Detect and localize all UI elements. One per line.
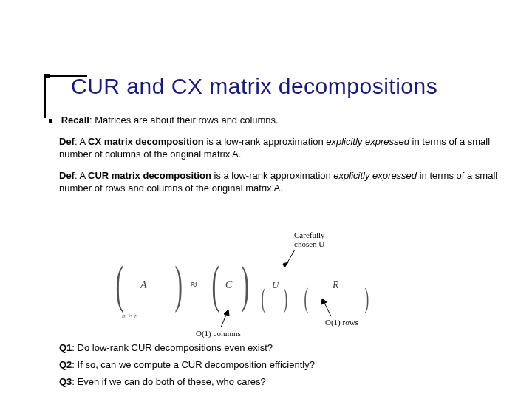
- def-cur: Def: A CUR matrix decomposition is a low…: [59, 170, 502, 195]
- slide: CUR and CX matrix decompositions Recall:…: [0, 0, 532, 399]
- bullet-icon: [49, 119, 52, 123]
- title-rule-vert: [44, 74, 46, 118]
- def-cur-mid: is a low-rank approximation: [211, 170, 333, 181]
- cur-diagram: ( A ) m × n ≈ ( C ) ( U ) ( R ) Carefull…: [111, 259, 406, 340]
- def-cur-em: explicitly expressed: [333, 170, 417, 181]
- paren-left-icon: (: [211, 259, 219, 310]
- q2: Q2: If so, can we compute a CUR decompos…: [59, 359, 502, 370]
- questions-block: Q1: Do low-rank CUR decompositions even …: [59, 342, 502, 393]
- q2-text: : If so, can we compute a CUR decomposit…: [72, 359, 315, 370]
- def-cx-pre: : A: [75, 136, 88, 147]
- recall-line: Recall: Matrices are about their rows an…: [59, 115, 502, 127]
- matrix-U: U: [272, 279, 279, 291]
- title-rule-horiz: [46, 74, 59, 78]
- def-cx: Def: A CX matrix decomposition is a low-…: [59, 136, 502, 161]
- recall-text: : Matrices are about their rows and colu…: [89, 115, 279, 126]
- slide-title: CUR and CX matrix decompositions: [71, 74, 437, 99]
- q3-text: : Even if we can do both of these, who c…: [72, 376, 265, 387]
- def-cx-term: CX matrix decomposition: [88, 136, 204, 147]
- def-label: Def: [59, 170, 75, 181]
- def-cx-em: explicitly expressed: [326, 136, 409, 147]
- paren-right-icon: ): [283, 272, 287, 324]
- arrow-icon: [282, 250, 298, 272]
- svg-marker-3: [224, 310, 229, 316]
- arrow-icon: [218, 307, 233, 329]
- slide-body: Recall: Matrices are about their rows an…: [59, 115, 502, 203]
- arrow-icon: [318, 296, 335, 319]
- q1-label: Q1: [59, 342, 72, 353]
- svg-marker-1: [283, 262, 288, 267]
- recall-label: Recall: [61, 115, 89, 126]
- paren-right-icon: ): [174, 259, 182, 310]
- anno-cols: O(1) columns: [196, 329, 241, 338]
- anno-u: Carefully chosen U: [294, 231, 346, 248]
- q3: Q3: Even if we can do both of these, who…: [59, 376, 502, 387]
- paren-right-icon: ): [241, 259, 248, 310]
- q1: Q1: Do low-rank CUR decompositions even …: [59, 342, 502, 353]
- def-cur-pre: : A: [75, 170, 88, 181]
- svg-marker-5: [321, 299, 327, 304]
- matrix-R: R: [332, 279, 339, 291]
- matrix-C: C: [225, 279, 232, 291]
- paren-left-icon: (: [115, 259, 123, 310]
- paren-left-icon: (: [261, 272, 265, 324]
- paren-left-icon: (: [304, 272, 308, 324]
- def-label: Def: [59, 136, 75, 147]
- matrix-A: A: [140, 279, 147, 291]
- q3-label: Q3: [59, 376, 72, 387]
- def-cx-mid: is a low-rank approximation: [204, 136, 326, 147]
- approx-symbol: ≈: [191, 278, 197, 291]
- q2-label: Q2: [59, 359, 72, 370]
- paren-right-icon: ): [364, 272, 369, 324]
- def-cur-term: CUR matrix decomposition: [88, 170, 211, 181]
- matrix-A-sub: m × n: [122, 312, 138, 319]
- q1-text: : Do low-rank CUR decompositions even ex…: [72, 342, 273, 353]
